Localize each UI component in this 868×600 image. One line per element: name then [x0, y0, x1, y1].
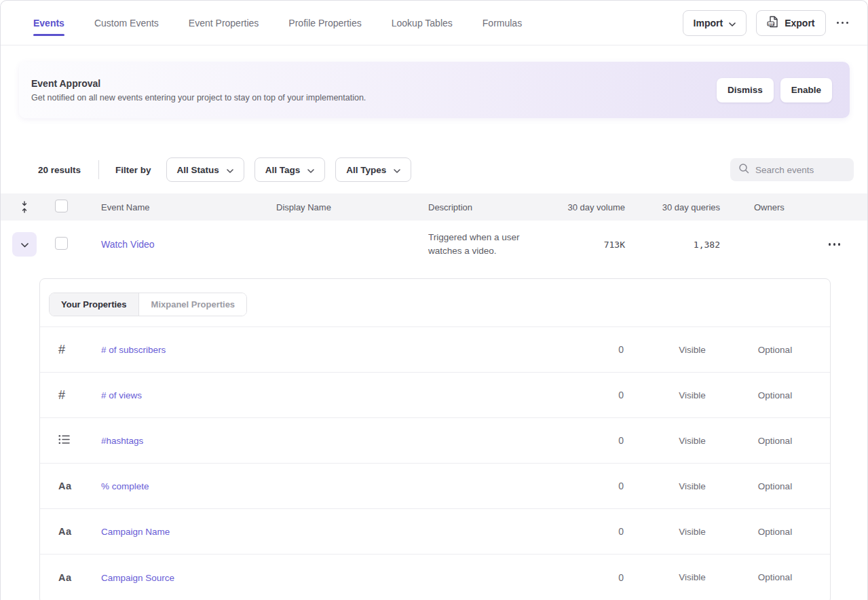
number-type-icon: #: [58, 343, 65, 356]
banner-description: Get notified on all new events entering …: [31, 93, 366, 102]
col-owners: Owners: [720, 202, 801, 212]
property-row: Aa Campaign Name 0 Visible Optional: [40, 509, 830, 555]
property-name-link[interactable]: #hashtags: [101, 436, 143, 446]
property-requirement: Optional: [736, 481, 814, 491]
volume-cell: 713K: [557, 240, 625, 250]
event-row-watch-video: Watch Video Triggered when a user watche…: [1, 221, 867, 268]
chevron-down-icon: [307, 165, 314, 175]
banner-text: Event Approval Get notified on all new e…: [31, 78, 366, 102]
col-event-name: Event Name: [101, 202, 276, 212]
tab-events[interactable]: Events: [33, 1, 64, 45]
tab-mixpanel-properties[interactable]: Mixpanel Properties: [139, 293, 247, 316]
csv-file-icon: csv: [767, 16, 778, 30]
property-requirement: Optional: [736, 436, 814, 446]
export-button-label: Export: [785, 18, 814, 29]
property-visibility: Visible: [648, 345, 736, 355]
col-description: Description: [428, 202, 557, 212]
property-count: 0: [563, 344, 624, 355]
property-name-link[interactable]: % complete: [101, 481, 149, 491]
properties-panel: Your Properties Mixpanel Properties # # …: [39, 278, 831, 600]
svg-text:csv: csv: [768, 22, 774, 26]
search-input[interactable]: [755, 165, 846, 175]
property-name-link[interactable]: Campaign Name: [101, 527, 170, 537]
row-overflow-menu-icon[interactable]: [827, 239, 842, 250]
events-table-header: Event Name Display Name Description 30 d…: [1, 193, 867, 221]
event-name-link[interactable]: Watch Video: [101, 239, 155, 250]
property-requirement: Optional: [736, 345, 814, 355]
search-box: [730, 158, 854, 181]
description-cell: Triggered when a user watches a video.: [428, 231, 537, 258]
text-type-icon: Aa: [58, 572, 72, 583]
property-visibility: Visible: [648, 436, 736, 446]
top-nav: Events Custom Events Event Properties Pr…: [1, 1, 867, 45]
queries-cell: 1,382: [625, 240, 720, 250]
col-30-day-volume: 30 day volume: [557, 202, 625, 212]
property-row: #hashtags 0 Visible Optional: [40, 418, 830, 464]
row-expander-button[interactable]: [12, 232, 37, 257]
search-icon: [738, 163, 749, 176]
chevron-down-icon: [227, 165, 233, 175]
nav-tabs: Events Custom Events Event Properties Pr…: [33, 1, 522, 45]
types-filter-dropdown[interactable]: All Types: [335, 157, 411, 182]
tab-profile-properties[interactable]: Profile Properties: [288, 1, 361, 45]
property-visibility: Visible: [648, 481, 736, 491]
property-name-link[interactable]: Campaign Source: [101, 573, 174, 583]
col-display-name: Display Name: [276, 202, 428, 212]
enable-button[interactable]: Enable: [780, 78, 832, 102]
tab-event-properties[interactable]: Event Properties: [189, 1, 259, 45]
text-type-icon: Aa: [58, 481, 72, 491]
chevron-down-icon: [729, 18, 736, 29]
tab-lookup-tables[interactable]: Lookup Tables: [392, 1, 453, 45]
select-all-checkbox[interactable]: [55, 200, 68, 212]
property-row: # # of views 0 Visible Optional: [40, 373, 830, 418]
property-row: Aa Campaign Source 0 Visible Optional: [40, 555, 830, 600]
chevron-down-icon: [21, 240, 29, 250]
property-name-link[interactable]: # of views: [101, 390, 142, 400]
property-requirement: Optional: [736, 527, 814, 537]
tags-filter-label: All Tags: [265, 165, 301, 175]
event-approval-banner: Event Approval Get notified on all new e…: [19, 62, 850, 118]
tab-your-properties[interactable]: Your Properties: [50, 293, 139, 316]
filter-toolbar: 20 results Filter by All Status All Tags…: [38, 157, 854, 182]
number-type-icon: #: [58, 388, 65, 402]
import-button-label: Import: [694, 18, 723, 29]
property-visibility: Visible: [648, 572, 736, 582]
divider: [98, 160, 99, 179]
property-visibility: Visible: [648, 527, 736, 537]
property-count: 0: [563, 481, 624, 491]
property-row: Aa % complete 0 Visible Optional: [40, 464, 830, 509]
property-count: 0: [563, 435, 624, 446]
property-count: 0: [563, 572, 624, 583]
properties-panel-tabs: Your Properties Mixpanel Properties: [40, 279, 830, 327]
property-row: # # of subscribers 0 Visible Optional: [40, 327, 830, 373]
status-filter-label: All Status: [177, 165, 219, 175]
banner-actions: Dismiss Enable: [717, 78, 832, 102]
text-type-icon: Aa: [58, 526, 72, 537]
types-filter-label: All Types: [346, 165, 386, 175]
lexicon-window: Events Custom Events Event Properties Pr…: [0, 0, 868, 600]
export-button[interactable]: csv Export: [756, 10, 825, 36]
properties-segmented-control: Your Properties Mixpanel Properties: [49, 293, 247, 316]
property-count: 0: [563, 526, 624, 537]
status-filter-dropdown[interactable]: All Status: [166, 157, 244, 182]
nav-actions: Import csv Export: [683, 10, 850, 36]
property-requirement: Optional: [736, 390, 814, 400]
row-checkbox[interactable]: [55, 237, 68, 250]
overflow-menu-icon[interactable]: [835, 18, 850, 29]
list-type-icon: [58, 434, 85, 447]
dismiss-button[interactable]: Dismiss: [717, 78, 774, 102]
tab-custom-events[interactable]: Custom Events: [94, 1, 159, 45]
chevron-down-icon: [394, 165, 400, 175]
property-count: 0: [563, 390, 624, 400]
events-table: Event Name Display Name Description 30 d…: [1, 193, 867, 268]
col-30-day-queries: 30 day queries: [625, 202, 720, 212]
import-button[interactable]: Import: [683, 10, 747, 36]
property-visibility: Visible: [648, 390, 736, 400]
tab-formulas[interactable]: Formulas: [483, 1, 522, 45]
results-count: 20 results: [38, 165, 81, 175]
property-name-link[interactable]: # of subscribers: [101, 345, 166, 355]
tags-filter-dropdown[interactable]: All Tags: [254, 157, 326, 182]
collapse-all-icon[interactable]: [1, 201, 48, 213]
banner-title: Event Approval: [31, 78, 366, 89]
filter-by-label: Filter by: [115, 165, 151, 175]
